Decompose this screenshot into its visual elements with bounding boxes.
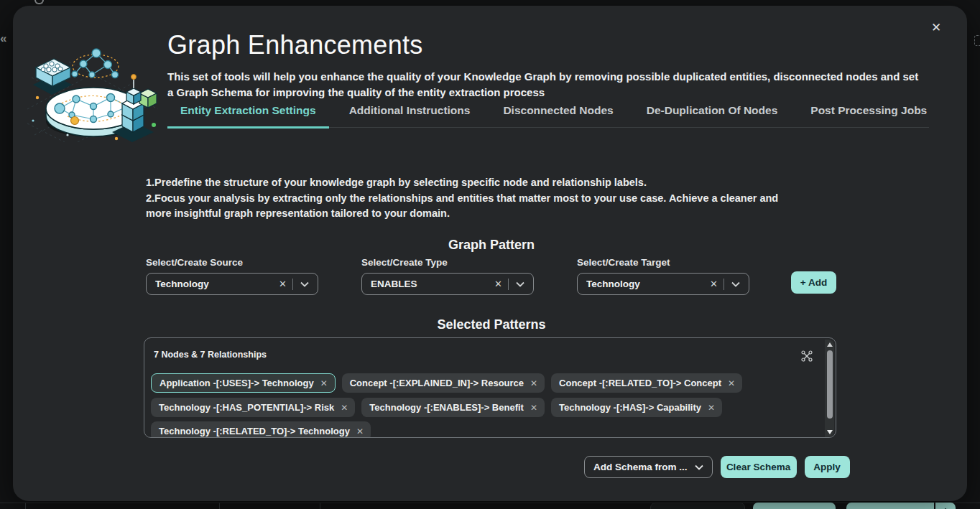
- background-text-fragment: [34, 0, 44, 4]
- patterns-scrollbar[interactable]: [825, 340, 834, 437]
- background-table-divider: [25, 503, 26, 509]
- add-schema-from-label: Add Schema from ...: [593, 462, 688, 472]
- chevron-down-icon[interactable]: [724, 281, 743, 287]
- tab-de-duplication-of-nodes[interactable]: De-Duplication Of Nodes: [634, 104, 791, 127]
- generate-graph-button[interactable]: ✦ Generate Graph: [650, 503, 745, 509]
- type-value: ENABLES: [371, 279, 489, 289]
- clear-source-icon[interactable]: ✕: [273, 279, 292, 289]
- clear-target-icon[interactable]: ✕: [704, 279, 724, 289]
- remove-pattern-icon[interactable]: ✕: [530, 378, 537, 388]
- graph-pattern-heading: Graph Pattern: [146, 238, 837, 253]
- pattern-chip[interactable]: Concept -[:RELATED_TO]-> Concept ✕: [551, 373, 742, 393]
- tab-additional-instructions[interactable]: Additional Instructions: [336, 104, 484, 127]
- remove-pattern-icon[interactable]: ✕: [341, 403, 348, 413]
- pattern-chip-label: Application -[:USES]-> Technology: [160, 378, 314, 388]
- delete-files-button[interactable]: Delete Files(1): [753, 503, 836, 509]
- type-field-group: Select/Create Type ENABLES ✕: [361, 257, 534, 295]
- clear-schema-button[interactable]: Clear Schema: [721, 456, 797, 478]
- page-description: This set of tools will help you enhance …: [167, 69, 922, 101]
- patterns-summary: 7 Nodes & 7 Relationships: [154, 350, 267, 360]
- remove-pattern-icon[interactable]: ✕: [708, 403, 715, 413]
- scroll-down-icon[interactable]: [827, 430, 833, 434]
- tab-post-processing-jobs[interactable]: Post Processing Jobs: [798, 104, 940, 127]
- graph-illustration: [27, 40, 158, 142]
- pattern-chip-label: Concept -[:RELATED_TO]-> Concept: [559, 378, 721, 388]
- instruction-line-2: 2.Focus your analysis by extracting only…: [146, 191, 800, 222]
- pattern-chip-label: Technology -[:HAS_POTENTIAL]-> Risk: [159, 402, 334, 413]
- remove-pattern-icon[interactable]: ✕: [356, 426, 364, 436]
- apply-button[interactable]: Apply: [805, 456, 850, 478]
- instructions-text: 1.Predefine the structure of your knowle…: [146, 175, 800, 222]
- preview-graph-caret-button[interactable]: [935, 503, 956, 509]
- pattern-chip[interactable]: Technology -[:HAS]-> Capability ✕: [551, 398, 722, 417]
- pattern-chip-label: Technology -[:RELATED_TO]-> Technology: [159, 426, 350, 436]
- target-select[interactable]: Technology ✕: [577, 273, 749, 295]
- pattern-chip-label: Technology -[:ENABLES]-> Benefit: [369, 402, 524, 413]
- pattern-chip[interactable]: Application -[:USES]-> Technology ✕: [151, 373, 336, 393]
- source-field-group: Select/Create Source Technology ✕: [146, 257, 318, 295]
- background-dashed-icon: [974, 35, 980, 46]
- graph-enhancements-modal: ✕: [13, 6, 967, 501]
- tab-entity-extraction-settings[interactable]: Entity Extraction Settings: [167, 104, 329, 129]
- add-schema-from-dropdown[interactable]: Add Schema from ...: [584, 456, 713, 478]
- selected-patterns-panel: 7 Nodes & 7 Relationships Application -[…: [144, 337, 836, 438]
- target-label: Select/Create Target: [577, 257, 749, 268]
- chevron-down-icon: [695, 464, 703, 470]
- add-pattern-button[interactable]: + Add: [791, 271, 836, 294]
- tab-bar: Entity Extraction Settings Additional In…: [167, 104, 929, 128]
- pattern-chip-label: Technology -[:HAS]-> Capability: [559, 402, 701, 413]
- target-value: Technology: [586, 279, 704, 289]
- source-value: Technology: [155, 279, 273, 289]
- chevron-down-icon[interactable]: [293, 281, 312, 287]
- remove-pattern-icon[interactable]: ✕: [728, 378, 735, 388]
- pattern-chip-label: Concept -[:EXPLAINED_IN]-> Resource: [350, 378, 524, 388]
- footer-actions: Add Schema from ... Clear Schema Apply: [584, 456, 850, 478]
- pattern-chip[interactable]: Concept -[:EXPLAINED_IN]-> Resource ✕: [342, 373, 545, 393]
- remove-pattern-icon[interactable]: ✕: [530, 403, 537, 413]
- graph-view-icon[interactable]: [801, 350, 813, 362]
- preview-graph-button[interactable]: Preview Graph (1): [846, 503, 934, 509]
- remove-pattern-icon[interactable]: ✕: [320, 378, 328, 388]
- clear-type-icon[interactable]: ✕: [489, 279, 508, 289]
- page-title: Graph Enhancements: [167, 30, 933, 60]
- selected-patterns-heading: Selected Patterns: [146, 317, 837, 332]
- pattern-chip[interactable]: Technology -[:HAS_POTENTIAL]-> Risk ✕: [151, 398, 355, 417]
- source-select[interactable]: Technology ✕: [146, 273, 318, 295]
- instruction-line-1: 1.Predefine the structure of your knowle…: [146, 175, 800, 191]
- background-table-divider: [320, 503, 320, 509]
- app-page: « ✦ Generate Graph Delete Files(1) Previ…: [0, 0, 980, 509]
- background-table-divider: [219, 503, 220, 509]
- pattern-chip[interactable]: Technology -[:RELATED_TO]-> Technology ✕: [151, 421, 371, 438]
- type-label: Select/Create Type: [361, 257, 534, 268]
- scroll-up-icon[interactable]: [827, 342, 833, 347]
- chevron-down-icon[interactable]: [509, 281, 527, 287]
- type-select[interactable]: ENABLES ✕: [361, 273, 534, 295]
- target-field-group: Select/Create Target Technology ✕: [577, 257, 749, 295]
- pattern-chip[interactable]: Technology -[:ENABLES]-> Benefit ✕: [361, 398, 545, 417]
- scrollbar-thumb[interactable]: [827, 350, 833, 419]
- source-label: Select/Create Source: [146, 257, 318, 268]
- tab-disconnected-nodes[interactable]: Disconnected Nodes: [490, 104, 626, 127]
- collapse-sidebar-icon[interactable]: «: [0, 32, 6, 46]
